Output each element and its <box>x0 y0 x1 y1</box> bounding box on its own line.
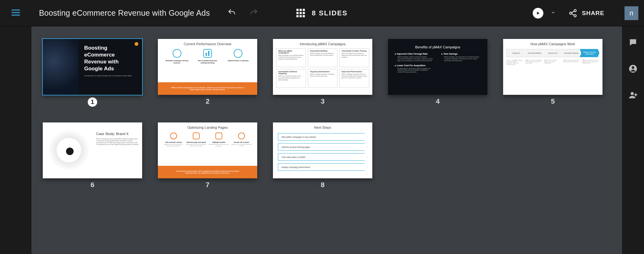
slide-thumbnail[interactable]: Boosting eCommerce Revenue with Google A… <box>43 39 142 95</box>
slide-title: Optimizing Landing Pages <box>158 122 257 131</box>
slide-cell: Benefits of pMAX CampaignsImproved Click… <box>388 39 487 107</box>
svg-point-0 <box>574 9 576 12</box>
right-rail <box>622 26 644 254</box>
left-rail <box>0 26 31 254</box>
slide-number: 1 <box>88 97 97 107</box>
share-icon <box>569 9 577 18</box>
slide-number: 8 <box>321 181 325 189</box>
slide-number: 7 <box>206 181 209 189</box>
slide-title: Boosting eCommerce Revenue with Google A… <box>84 45 136 72</box>
redo-button[interactable] <box>249 8 258 18</box>
slide-cell: Current Performance OverviewBranded camp… <box>158 39 257 107</box>
svg-point-5 <box>631 92 634 95</box>
undo-button[interactable] <box>227 8 236 18</box>
slide-cell: Introducing pMAX CampaignsWhat are pMAX … <box>273 39 372 107</box>
user-avatar[interactable]: n <box>625 6 638 20</box>
play-icon <box>536 11 541 16</box>
slide-title: How pMAX Campaigns Work <box>503 39 602 47</box>
share-label: SHARE <box>582 10 604 17</box>
add-collaborator-button[interactable] <box>628 90 638 101</box>
slide-title: Next Steps <box>273 122 372 131</box>
hamburger-icon <box>11 8 21 18</box>
menu-button[interactable] <box>11 8 21 19</box>
svg-point-2 <box>574 14 576 17</box>
slide-title: Current Performance Overview <box>158 39 257 47</box>
slide-subtitle: Introduction to using Google Ads to incr… <box>84 75 136 77</box>
present-button[interactable] <box>533 8 543 19</box>
slide-grid-button[interactable] <box>297 9 305 17</box>
slide-footer: While branded campaigns are successful, … <box>158 82 257 95</box>
slide-grid-view: Boosting eCommerce Revenue with Google A… <box>31 26 622 254</box>
slide-number: 5 <box>551 97 555 105</box>
undo-icon <box>227 8 236 17</box>
slide-footer: Optimizing landing pages with strategies… <box>158 166 257 178</box>
slide-cell: Next StepsStart pMAX campaigns in key ma… <box>273 122 372 189</box>
profile-button[interactable] <box>628 64 638 75</box>
slide-title: Benefits of pMAX Campaigns <box>395 42 480 50</box>
slide-number: 4 <box>436 97 440 105</box>
slide-thumbnail[interactable]: Case Study: Brand XBrand X saw great suc… <box>43 122 142 178</box>
slide-thumbnail[interactable]: Next StepsStart pMAX campaigns in key ma… <box>273 122 372 178</box>
slide-thumbnail[interactable]: How pMAX Campaigns WorkSetting UpAutomat… <box>503 39 602 95</box>
slide-thumbnail[interactable]: Current Performance OverviewBranded camp… <box>158 39 257 95</box>
slide-title: Case Study: Brand X <box>96 132 139 136</box>
slide-thumbnail[interactable]: Introducing pMAX CampaignsWhat are pMAX … <box>273 39 372 95</box>
slide-cell: Boosting eCommerce Revenue with Google A… <box>43 39 142 107</box>
slide-number: 3 <box>321 97 325 105</box>
top-bar: Boosting eCommerce Revenue with Google A… <box>0 0 644 26</box>
person-icon <box>628 64 638 73</box>
comment-icon <box>628 38 638 47</box>
svg-point-1 <box>570 12 572 14</box>
slide-number: 2 <box>206 97 209 105</box>
slide-number: 6 <box>91 181 94 189</box>
slide-title: Introducing pMAX Campaigns <box>273 39 372 47</box>
person-add-icon <box>628 90 638 100</box>
share-button[interactable]: SHARE <box>569 9 604 18</box>
chevron-down-icon <box>551 10 555 15</box>
presentation-title[interactable]: Boosting eCommerce Revenue with Google A… <box>39 8 210 18</box>
slide-cell: Optimizing Landing PagesAdd customer rev… <box>158 122 257 189</box>
svg-point-4 <box>632 66 634 69</box>
comments-button[interactable] <box>628 38 638 48</box>
slide-count-label: 8 SLIDES <box>312 9 348 17</box>
slide-thumbnail[interactable]: Optimizing Landing PagesAdd customer rev… <box>158 122 257 178</box>
slide-cell: Case Study: Brand XBrand X saw great suc… <box>43 122 142 189</box>
slide-thumbnail[interactable]: Benefits of pMAX CampaignsImproved Click… <box>388 39 487 95</box>
slide-cell: How pMAX Campaigns WorkSetting UpAutomat… <box>503 39 602 107</box>
present-options-dropdown[interactable] <box>551 10 555 16</box>
redo-icon <box>249 8 258 17</box>
